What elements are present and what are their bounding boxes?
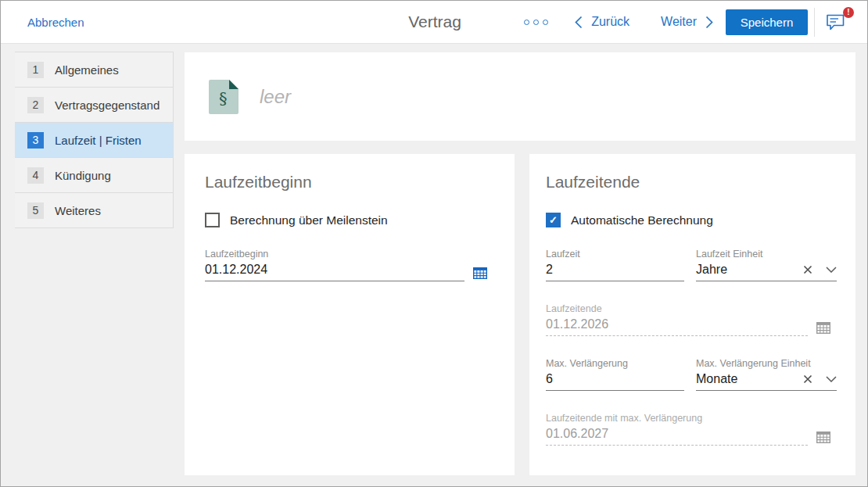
save-button[interactable]: Speichern <box>726 9 808 35</box>
more-options-icon <box>543 20 548 25</box>
back-button-label: Zurück <box>591 15 629 29</box>
text-input[interactable]: 2 <box>546 263 684 281</box>
clear-button[interactable] <box>803 265 812 274</box>
panel-title: Laufzeitende <box>546 173 840 192</box>
checkmark-icon: ✓ <box>549 214 558 226</box>
calendar-picker-button-disabled <box>816 322 830 334</box>
cancel-button[interactable]: Abbrechen <box>27 16 84 29</box>
sidebar-item-label: Vertragsgegenstand <box>55 98 160 112</box>
laufzeitende-panel: Laufzeitende ✓ Automatische Berechnung L… <box>529 154 855 475</box>
laufzeitbeginn-field: Laufzeitbeginn 01.12.2024 <box>205 249 464 281</box>
wizard-steps-sidebar: 1 Allgemeines 2 Vertragsgegenstand 3 Lau… <box>15 52 174 228</box>
calendar-icon <box>816 322 830 334</box>
laufzeit-einheit-value[interactable]: Jahre <box>696 263 803 277</box>
clear-icon <box>803 374 812 384</box>
field-label: Laufzeitende mit max. Verlängerung <box>546 413 808 424</box>
more-options-button[interactable] <box>521 16 551 28</box>
field-label: Max. Verlängerung <box>546 358 684 369</box>
laufzeitende-field: Laufzeitende 01.12.2026 <box>546 303 808 336</box>
checkbox-label: Berechnung über Meilenstein <box>230 213 388 227</box>
laufzeitende-value: 01.12.2026 <box>546 317 808 331</box>
text-input[interactable]: 6 <box>546 372 684 391</box>
combobox[interactable]: Monate <box>696 372 837 391</box>
max-verlaengerung-value[interactable]: 6 <box>546 372 684 386</box>
sidebar-item-allgemeines[interactable]: 1 Allgemeines <box>15 52 173 88</box>
more-options-icon <box>533 20 539 25</box>
sidebar-item-laufzeit-fristen[interactable]: 3 Laufzeit | Fristen <box>15 123 173 158</box>
field-label: Laufzeit Einheit <box>696 249 837 260</box>
laufzeitbeginn-value[interactable]: 01.12.2024 <box>205 263 464 277</box>
contract-title-placeholder[interactable]: leer <box>260 86 291 108</box>
chevron-right-icon <box>705 16 713 29</box>
field-label: Laufzeitbeginn <box>205 249 464 260</box>
dropdown-button[interactable] <box>826 376 837 382</box>
clear-icon <box>803 265 812 274</box>
laufzeitende-max-value: 01.06.2027 <box>546 427 808 441</box>
date-input[interactable]: 01.12.2024 <box>205 263 464 281</box>
field-label: Max. Verlängerung Einheit <box>696 358 837 369</box>
automatische-berechnung-checkbox[interactable]: ✓ <box>546 213 561 227</box>
next-button-label: Weiter <box>661 15 697 29</box>
sidebar-item-label: Kündigung <box>55 169 111 182</box>
chevron-down-icon <box>826 267 837 273</box>
paragraph-glyph: § <box>219 89 228 108</box>
laufzeitbeginn-panel: Laufzeitbeginn Berechnung über Meilenste… <box>185 154 515 475</box>
comments-button[interactable]: ! <box>820 9 852 35</box>
sidebar-item-label: Weiteres <box>55 204 101 217</box>
field-label: Laufzeit <box>546 249 684 260</box>
step-number-badge: 4 <box>27 167 44 184</box>
sidebar-item-vertragsgegenstand[interactable]: 2 Vertragsgegenstand <box>15 88 173 123</box>
step-number-badge: 2 <box>27 97 44 113</box>
clear-button[interactable] <box>803 374 812 384</box>
step-number-badge: 3 <box>27 132 44 149</box>
calendar-icon <box>473 267 487 279</box>
auto-calculation-checkbox-row: ✓ Automatische Berechnung <box>546 213 840 227</box>
paragraph-document-icon: § <box>209 80 239 114</box>
laufzeit-value[interactable]: 2 <box>546 263 684 277</box>
topbar-actions: Zurück Weiter Speichern ! <box>521 8 852 37</box>
milestone-checkbox-row: Berechnung über Meilenstein <box>205 213 494 227</box>
max-verlaengerung-einheit-value[interactable]: Monate <box>696 372 803 386</box>
more-options-icon <box>524 20 529 25</box>
step-number-badge: 1 <box>27 62 44 78</box>
berechnung-ueber-meilenstein-checkbox[interactable] <box>205 213 220 227</box>
contract-header-card: § leer <box>185 52 855 141</box>
laufzeitende-field-row: Laufzeitende 01.12.2026 <box>546 303 840 336</box>
step-number-badge: 5 <box>27 202 44 219</box>
laufzeitbeginn-field-row: Laufzeitbeginn 01.12.2024 <box>205 249 494 281</box>
laufzeit-einheit-field: Laufzeit Einheit Jahre <box>696 249 837 281</box>
topbar: Abbrechen Vertrag Zurück Weiter Speicher… <box>1 1 867 44</box>
chevron-left-icon <box>575 16 583 29</box>
contract-editor-window: Abbrechen Vertrag Zurück Weiter Speicher… <box>0 0 868 487</box>
calendar-icon <box>816 431 830 443</box>
calendar-picker-button-disabled <box>816 431 830 443</box>
laufzeit-field: Laufzeit 2 <box>546 249 684 281</box>
main-content: § leer Laufzeitbeginn Berechnung über Me… <box>185 52 855 475</box>
date-input-disabled: 01.12.2026 <box>546 317 808 336</box>
next-button[interactable]: Weiter <box>661 15 713 29</box>
max-verlaengerung-einheit-field: Max. Verlängerung Einheit Monate <box>696 358 837 391</box>
combobox[interactable]: Jahre <box>696 263 837 281</box>
max-verlaengerung-field: Max. Verlängerung 6 <box>546 358 684 391</box>
sidebar-item-label: Allgemeines <box>55 63 119 77</box>
checkbox-label: Automatische Berechnung <box>571 213 713 227</box>
chevron-down-icon <box>826 376 837 382</box>
topbar-divider <box>814 8 815 37</box>
laufzeitende-mit-max-verlaengerung-field: Laufzeitende mit max. Verlängerung 01.06… <box>546 413 808 446</box>
panel-title: Laufzeitbeginn <box>205 173 494 192</box>
calendar-picker-button[interactable] <box>473 267 487 279</box>
laufzeit-row: Laufzeit 2 Laufzeit Einheit Jahre <box>546 249 840 281</box>
laufzeitende-max-field-row: Laufzeitende mit max. Verlängerung 01.06… <box>546 413 840 446</box>
max-verlaengerung-row: Max. Verlängerung 6 Max. Verlängerung Ei… <box>546 358 840 391</box>
field-label: Laufzeitende <box>546 303 808 314</box>
dropdown-button[interactable] <box>826 267 837 273</box>
sidebar-item-kuendigung[interactable]: 4 Kündigung <box>15 158 173 193</box>
sidebar-item-label: Laufzeit | Fristen <box>55 134 142 147</box>
date-input-disabled: 01.06.2027 <box>546 427 808 446</box>
notification-badge: ! <box>843 7 854 18</box>
sidebar-item-weiteres[interactable]: 5 Weiteres <box>15 193 173 228</box>
back-button[interactable]: Zurück <box>575 15 629 29</box>
panels-row: Laufzeitbeginn Berechnung über Meilenste… <box>185 154 855 475</box>
